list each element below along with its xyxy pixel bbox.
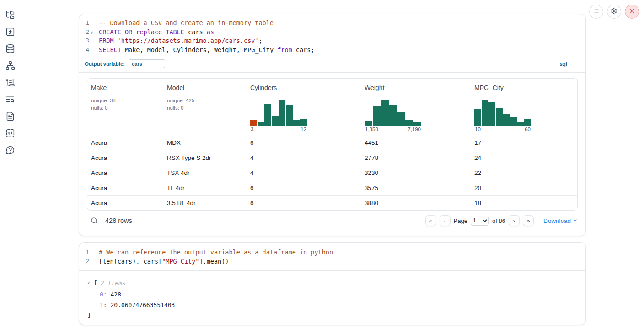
- left-sidebar: [0, 0, 20, 333]
- collapse-chevron-icon[interactable]: ∨: [87, 280, 94, 285]
- output-variable-input[interactable]: [129, 59, 165, 68]
- histogram-bar: [272, 116, 279, 126]
- column-name[interactable]: MPG_City: [474, 84, 574, 91]
- fold-chevron-icon: [89, 46, 95, 55]
- cell-mpg-city: 17: [471, 139, 577, 146]
- histogram-bar: [250, 120, 257, 126]
- code-text: SELECT Make, Model, Cylinders, Weight, M…: [95, 46, 585, 55]
- database-icon[interactable]: [5, 44, 15, 53]
- histogram-bar: [373, 106, 381, 126]
- menu-icon: [593, 7, 600, 16]
- first-page-button[interactable]: «: [425, 215, 436, 226]
- cell-model: RSX Type S 2dr: [163, 154, 247, 161]
- row-count: 428 rows: [105, 217, 132, 224]
- sql-code-editor[interactable]: 1 -- Download a CSV and create an in-mem…: [79, 14, 585, 55]
- code-line: 1 -- Download a CSV and create an in-mem…: [79, 19, 585, 28]
- column-stats: unique: 425 nulls: 0: [167, 97, 243, 111]
- table-footer: 428 rows « ‹ Page 1 of 86 › » Download: [79, 211, 585, 232]
- histogram-bar: [279, 100, 286, 126]
- histogram-bar: [503, 114, 510, 126]
- pagination: « ‹ Page 1 of 86 › » Download: [425, 215, 578, 226]
- table-row: Acura TSX 4dr 4 3230 22: [87, 165, 577, 180]
- cell-weight: 2778: [361, 154, 471, 161]
- cell-mpg-city: 24: [471, 154, 577, 161]
- histogram-bar: [365, 121, 372, 126]
- menu-button[interactable]: [589, 5, 603, 19]
- page-label: Page: [454, 217, 467, 224]
- histogram-bar: [300, 119, 307, 126]
- download-button[interactable]: Download: [543, 217, 578, 224]
- open-bracket: [: [94, 280, 97, 286]
- code-snippet-icon[interactable]: [5, 128, 15, 138]
- table-row: Acura RSX Type S 2dr 4 2778 24: [87, 150, 577, 165]
- download-label: Download: [543, 217, 571, 224]
- search-icon[interactable]: [90, 217, 98, 225]
- top-right-toolbar: [589, 5, 639, 19]
- histogram-bar: [397, 112, 405, 126]
- cell-cylinders: 6: [247, 185, 361, 191]
- histogram-bar: [474, 109, 481, 126]
- sql-cell: 1 -- Download a CSV and create an in-mem…: [79, 14, 586, 236]
- next-page-button[interactable]: ›: [509, 215, 520, 226]
- code-text: FROM 'https://datasets.marimo.app/cars.c…: [95, 37, 585, 46]
- histogram-bar: [389, 105, 397, 126]
- cell-weight: 3230: [361, 169, 471, 176]
- fold-chevron-icon: [89, 37, 95, 46]
- item-index: 0: [100, 291, 103, 298]
- item-index: 1: [100, 301, 103, 308]
- cell-model: MDX: [163, 139, 247, 146]
- cell-cylinders: 4: [247, 169, 361, 176]
- column-name[interactable]: Cylinders: [250, 84, 357, 91]
- code-text: # We can reference the output variable a…: [95, 248, 585, 257]
- fold-chevron-icon[interactable]: ∨: [89, 28, 95, 37]
- column-name[interactable]: Make: [91, 84, 160, 91]
- line-number: 2: [79, 257, 89, 266]
- histogram-bar: [413, 122, 421, 126]
- python-code-editor[interactable]: 1 # We can reference the output variable…: [79, 243, 585, 271]
- column-header-mpg-city: MPG_City 10 60: [471, 79, 577, 135]
- prev-page-button[interactable]: ‹: [440, 215, 451, 226]
- settings-button[interactable]: [607, 5, 621, 19]
- file-tree-icon[interactable]: [5, 10, 15, 20]
- fold-chevron-icon: [89, 248, 95, 257]
- close-icon: [628, 7, 636, 16]
- column-name[interactable]: Weight: [365, 84, 467, 91]
- close-bracket: ]: [87, 311, 585, 320]
- cell-cylinders: 6: [247, 200, 361, 206]
- cell-model: 3.5 RL 4dr: [163, 200, 247, 206]
- language-badge: sql: [559, 61, 567, 67]
- close-button[interactable]: [625, 5, 639, 19]
- histogram-bar: [510, 117, 517, 126]
- table-header: Make unique: 38 nulls: 0 Model unique: 4…: [87, 79, 577, 135]
- code-line: 2 ∨ CREATE OR replace TABLE cars as: [79, 28, 585, 37]
- help-bubble-icon[interactable]: [5, 145, 15, 155]
- last-page-button[interactable]: »: [523, 215, 534, 226]
- cell-make: Acura: [87, 139, 163, 146]
- data-table: Make unique: 38 nulls: 0 Model unique: 4…: [87, 78, 578, 211]
- list-item: 1: 20.060747663551403: [100, 300, 585, 310]
- cell-make: Acura: [87, 185, 163, 191]
- page-select[interactable]: 1: [471, 216, 489, 226]
- code-text: [len(cars), cars["MPG_City"].mean()]: [95, 257, 585, 266]
- scroll-icon[interactable]: [5, 78, 15, 87]
- code-line: 1 # We can reference the output variable…: [79, 248, 585, 257]
- table-row: Acura MDX 6 4451 17: [87, 135, 577, 150]
- histogram-axis: 10 60: [474, 127, 531, 132]
- line-number: 4: [79, 46, 89, 55]
- cell-cylinders: 4: [247, 154, 361, 161]
- file-text-icon[interactable]: [5, 111, 15, 121]
- histogram-weight: 1,850 7,190: [365, 100, 467, 132]
- column-name[interactable]: Model: [167, 84, 243, 91]
- item-value: 428: [110, 291, 121, 298]
- histogram-bar: [381, 100, 389, 126]
- output-variable-label: Output variable:: [85, 61, 125, 67]
- network-icon[interactable]: [5, 61, 15, 70]
- function-square-icon[interactable]: [5, 27, 15, 37]
- cell-make: Acura: [87, 154, 163, 161]
- text-search-icon[interactable]: [5, 95, 15, 104]
- python-cell: 1 # We can reference the output variable…: [79, 242, 586, 325]
- cell-model: TSX 4dr: [163, 169, 247, 176]
- code-text: CREATE OR replace TABLE cars as: [95, 28, 585, 37]
- histogram-bar: [496, 108, 503, 126]
- histogram-mpg-city: 10 60: [474, 100, 574, 132]
